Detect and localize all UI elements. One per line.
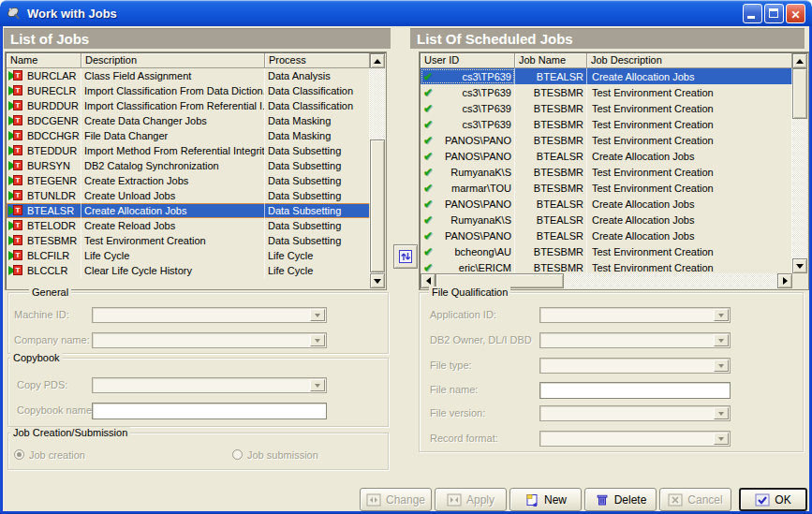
scheduled-job-row[interactable]: ✔ cs3\TP639 BTESBMR Test Environment Cre… — [421, 100, 792, 116]
chevron-down-icon — [714, 360, 729, 372]
job-row[interactable]: T BURECLR Import Classification From Dat… — [7, 83, 370, 98]
job-row[interactable]: T BLCCLR Clear Life Cycle History Life C… — [7, 263, 370, 278]
job-type-icon: T — [8, 85, 24, 96]
job-name-cell: BTESBMR — [515, 100, 587, 116]
close-button[interactable] — [786, 4, 805, 23]
job-description-cell: Class Field Assignment — [81, 68, 265, 83]
scheduled-job-row[interactable]: ✔ RumyanaK\S BTESBMR Test Environment Cr… — [421, 164, 792, 180]
scheduled-job-row[interactable]: ✔ PANOS\PANO BTESBMR Test Environment Cr… — [421, 132, 792, 148]
job-row[interactable]: T BTEDDUR Import Method From Referential… — [7, 143, 370, 158]
user-id-cell: ✔ RumyanaK\S — [421, 212, 515, 228]
user-id-cell: ✔ PANOS\PANO — [421, 228, 515, 243]
left-arrow-icon — [426, 277, 431, 285]
application-id-label: Application ID: — [430, 309, 496, 320]
application-id-combo — [539, 307, 731, 323]
job-description-cell: Create Reload Jobs — [81, 218, 265, 233]
minimize-button[interactable] — [743, 4, 762, 23]
general-legend: General — [29, 286, 71, 298]
new-button[interactable]: New — [509, 488, 582, 511]
job-description-cell: Test Environment Creation — [587, 84, 792, 100]
scheduled-job-row[interactable]: ✔ RumyanaK\S BTEALSR Create Allocation J… — [421, 212, 792, 228]
chevron-down-icon — [310, 309, 325, 321]
scheduled-job-row[interactable]: ✔ cs3\TP639 BTESBMR Test Environment Cre… — [421, 84, 792, 100]
check-icon: ✔ — [423, 166, 433, 179]
check-icon: ✔ — [423, 182, 433, 195]
job-row[interactable]: T BURDDUR Import Classification From Ref… — [7, 98, 370, 113]
job-process-cell: Data Subsetting — [265, 233, 370, 248]
jobs-list-column-headers: Name Description Process — [7, 53, 370, 68]
scheduled-job-row[interactable]: ✔ marmar\TOU BTESBMR Test Environment Cr… — [421, 180, 792, 196]
scheduled-job-row[interactable]: ✔ PANOS\PANO BTEALSR Create Allocation J… — [421, 196, 792, 212]
user-id-cell: ✔ cs3\TP639 — [421, 116, 515, 132]
scroll-up-button[interactable] — [792, 53, 807, 68]
company-name-label: Company name: — [14, 334, 90, 345]
file-name-input[interactable] — [539, 382, 731, 399]
change-button: Change — [360, 488, 432, 511]
record-format-label: Record format: — [430, 433, 498, 444]
file-qualification-group: File Qualification Application ID: DB2 O… — [419, 292, 804, 452]
scheduled-job-row[interactable]: ✔ eric\ERICM BTESBMR Test Environment Cr… — [421, 259, 792, 273]
scheduled-job-row[interactable]: ✔ cs3\TP639 BTESBMR Test Environment Cre… — [421, 116, 792, 132]
job-name-cell: T BDCCHGR — [7, 128, 81, 143]
scrollbar-thumb[interactable] — [370, 140, 385, 272]
job-row[interactable]: T BTEGENR Create Extraction Jobs Data Su… — [7, 173, 370, 188]
column-header-user-id[interactable]: User ID — [421, 53, 515, 68]
cancel-button: Cancel — [659, 488, 731, 511]
scroll-right-button[interactable] — [777, 273, 792, 288]
ok-button[interactable]: OK — [739, 488, 807, 511]
column-header-description[interactable]: Description — [81, 53, 265, 68]
scroll-down-button[interactable] — [370, 273, 385, 288]
db2-owner-combo — [539, 332, 731, 348]
delete-icon — [595, 493, 610, 507]
up-arrow-icon — [796, 59, 804, 64]
job-type-icon: T — [8, 235, 24, 246]
job-description-cell: DB2 Catalog Synchronization — [81, 158, 265, 173]
job-row[interactable]: T BTEALSR Create Allocation Jobs Data Su… — [7, 203, 370, 218]
jobs-rows: T BURCLAR Class Field Assignment Data An… — [7, 68, 370, 288]
job-name-cell: BTEALSR — [515, 148, 587, 164]
job-row[interactable]: T BTUNLDR Create Unload Jobs Data Subset… — [7, 188, 370, 203]
job-type-icon: T — [8, 250, 24, 261]
copybook-group: Copybook Copy PDS: Copybook name: — [7, 358, 389, 427]
scroll-up-button[interactable] — [370, 53, 385, 68]
scheduled-job-row[interactable]: ✔ cs3\TP639 BTEALSR Create Allocation Jo… — [421, 68, 792, 84]
scrollbar-thumb[interactable] — [792, 68, 807, 119]
cancel-button-label: Cancel — [687, 493, 722, 507]
scheduled-job-row[interactable]: ✔ PANOS\PANO BTEALSR Create Allocation J… — [421, 228, 792, 243]
scheduled-job-row[interactable]: ✔ PANOS\PANO BTEALSR Create Allocation J… — [421, 148, 792, 164]
down-arrow-icon — [796, 264, 804, 269]
check-icon: ✔ — [423, 70, 433, 83]
scheduled-job-row[interactable]: ✔ bcheong\AU BTESBMR Test Environment Cr… — [421, 243, 792, 259]
job-row[interactable]: T BURCLAR Class Field Assignment Data An… — [7, 68, 370, 83]
column-header-name[interactable]: Name — [7, 53, 81, 68]
job-row[interactable]: T BTELODR Create Reload Jobs Data Subset… — [7, 218, 370, 233]
right-arrow-icon — [783, 277, 788, 285]
refresh-schedule-button[interactable] — [393, 244, 418, 269]
job-row[interactable]: T BTESBMR Test Environment Creation Data… — [7, 233, 370, 248]
job-row[interactable]: T BDCGENR Create Data Changer Jobs Data … — [7, 113, 370, 128]
column-header-job-name[interactable]: Job Name — [515, 53, 587, 68]
column-header-job-description[interactable]: Job Description — [587, 53, 792, 68]
scroll-down-button[interactable] — [792, 258, 807, 273]
job-creation-legend: Job Creation/Submission — [10, 427, 130, 438]
new-button-label: New — [544, 493, 567, 507]
check-icon: ✔ — [423, 245, 433, 258]
job-row[interactable]: T BURSYN DB2 Catalog Synchronization Dat… — [7, 158, 370, 173]
job-description-cell: Clear Life Cycle History — [81, 263, 265, 278]
job-submission-radio-label: Job submission — [247, 449, 318, 461]
titlebar: Work with Jobs — [0, 0, 812, 26]
table-letter-icon: T — [13, 235, 22, 245]
job-row[interactable]: T BDCCHGR File Data Changer Data Masking — [7, 128, 370, 143]
apply-button-label: Apply — [466, 493, 495, 507]
chevron-down-icon — [714, 433, 729, 445]
ok-icon — [755, 493, 770, 507]
job-row[interactable]: T BLCFILR Life Cycle Life Cycle — [7, 248, 370, 263]
job-name-cell: T BTELODR — [7, 218, 81, 233]
maximize-button[interactable] — [764, 4, 784, 23]
copybook-name-input[interactable] — [92, 403, 327, 419]
check-icon: ✔ — [423, 150, 433, 163]
delete-button[interactable]: Delete — [584, 488, 657, 511]
job-description-cell: File Data Changer — [81, 128, 265, 143]
job-creation-radio-label: Job creation — [29, 449, 85, 461]
column-header-process[interactable]: Process — [265, 53, 370, 68]
